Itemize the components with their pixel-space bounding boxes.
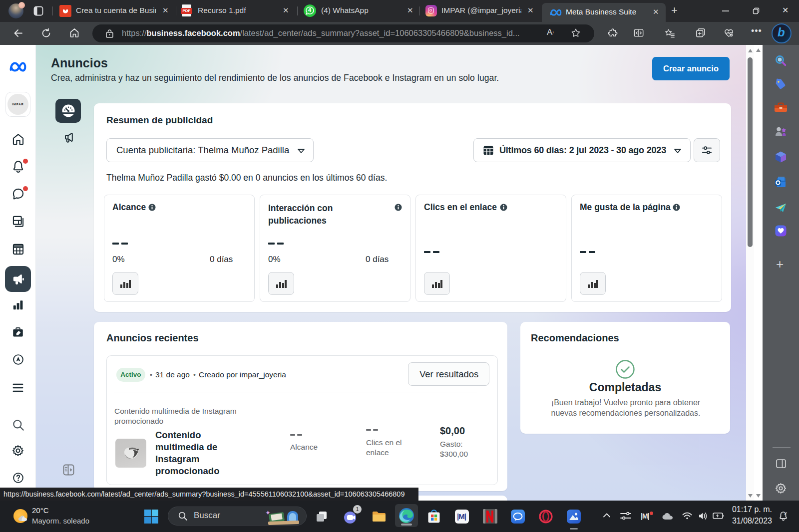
svg-text:z: z (786, 511, 788, 514)
